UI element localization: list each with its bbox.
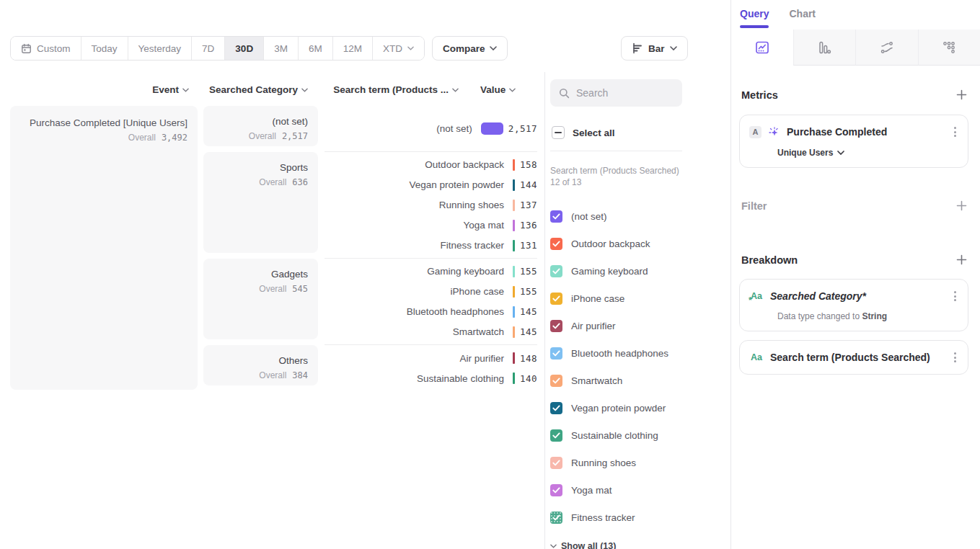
category-group: SportsOverall636Outdoor backpack158Vegan… <box>203 152 537 259</box>
sidebar-tabs: Query Chart <box>731 0 980 28</box>
series-checkbox[interactable] <box>550 375 562 387</box>
series-item[interactable]: Fitness tracker <box>550 504 682 531</box>
category-name: Sports <box>213 162 308 173</box>
tab-retention[interactable] <box>918 30 980 66</box>
event-name: Purchase Completed [Unique Users] <box>20 117 187 128</box>
table-row[interactable]: Sustainable clothing140 <box>325 368 537 388</box>
series-checkbox[interactable] <box>550 320 562 332</box>
table-row[interactable]: Bluetooth headphones145 <box>325 302 537 322</box>
value-bar <box>513 352 515 364</box>
series-checkbox[interactable] <box>550 293 562 305</box>
show-all-button[interactable]: Show all (13) <box>550 541 682 549</box>
tab-insights[interactable] <box>731 30 793 66</box>
value-label: 158 <box>520 159 537 170</box>
date-range-7d[interactable]: 7D <box>192 37 225 60</box>
table-row[interactable]: Smartwatch145 <box>325 322 537 342</box>
event-cell[interactable]: Purchase Completed [Unique Users] Overal… <box>10 106 198 390</box>
series-item[interactable]: (not set) <box>550 202 682 230</box>
series-label: iPhone case <box>571 293 624 304</box>
tab-flows[interactable] <box>855 30 918 66</box>
add-filter-button[interactable] <box>955 199 968 213</box>
breakdown-menu-button[interactable] <box>951 350 959 365</box>
table-row[interactable]: Running shoes137 <box>325 195 537 215</box>
series-item[interactable]: Air purifier <box>550 312 682 339</box>
category-cell[interactable]: OthersOverall384 <box>203 345 318 385</box>
term-label: iPhone case <box>325 286 513 297</box>
series-checkbox[interactable] <box>550 512 562 524</box>
category-group: GadgetsOverall545Gaming keyboard155iPhon… <box>203 259 537 345</box>
date-range-12m[interactable]: 12M <box>333 37 373 60</box>
series-search-input[interactable]: Search <box>550 79 682 107</box>
data-type-note: Data type changed to String <box>777 311 959 321</box>
date-range-yesterday[interactable]: Yesterday <box>128 37 193 60</box>
date-range-custom[interactable]: Custom <box>11 37 81 60</box>
add-metric-button[interactable] <box>955 88 968 102</box>
date-range-xtd[interactable]: XTD <box>373 37 424 60</box>
series-item[interactable]: Sustainable clothing <box>550 421 682 449</box>
compare-button[interactable]: Compare <box>432 36 508 61</box>
series-checkbox[interactable] <box>550 265 562 277</box>
breakdown-card-search-term[interactable]: Aa Search term (Products Searched) <box>739 340 968 375</box>
add-breakdown-button[interactable] <box>955 253 968 267</box>
column-header-searched-category[interactable]: Searched Category <box>203 84 308 95</box>
date-range-6m[interactable]: 6M <box>299 37 333 60</box>
search-icon <box>559 88 570 99</box>
date-range-3m[interactable]: 3M <box>264 37 299 60</box>
date-range-30d[interactable]: 30D <box>225 37 264 60</box>
column-header-search-term[interactable]: Search term (Products ... <box>317 84 459 95</box>
table-row[interactable]: Vegan protein powder144 <box>325 175 537 195</box>
series-checkbox[interactable] <box>550 238 562 250</box>
breakdown-menu-button[interactable] <box>951 289 959 303</box>
series-item[interactable]: Smartwatch <box>550 367 682 394</box>
series-item[interactable]: iPhone case <box>550 285 682 312</box>
series-checkbox[interactable] <box>550 402 562 414</box>
table-row[interactable]: Air purifier148 <box>325 348 537 368</box>
select-all-checkbox[interactable]: Select all <box>552 126 682 139</box>
table-row[interactable]: Fitness tracker131 <box>325 236 537 256</box>
series-checkbox[interactable] <box>550 210 562 223</box>
plus-icon <box>956 254 967 265</box>
series-item[interactable]: Yoga mat <box>550 476 682 504</box>
category-cell[interactable]: SportsOverall636 <box>203 152 318 253</box>
series-label: Yoga mat <box>571 485 612 496</box>
series-checkbox[interactable] <box>550 347 562 360</box>
series-item[interactable]: Gaming keyboard <box>550 257 682 285</box>
category-overall: Overall545 <box>213 284 308 294</box>
check-icon <box>552 487 560 494</box>
table-row[interactable]: Yoga mat136 <box>325 215 537 236</box>
table-row[interactable]: (not set)2,517 <box>325 119 537 139</box>
tab-funnels[interactable] <box>793 30 856 66</box>
value-label: 155 <box>520 266 537 277</box>
value-bar <box>513 326 515 338</box>
term-label: Air purifier <box>325 353 513 364</box>
metric-card[interactable]: A Purchase Completed Unique Users <box>739 115 968 168</box>
table-row[interactable]: iPhone case155 <box>325 282 537 302</box>
category-cell[interactable]: (not set)Overall2,517 <box>203 106 318 146</box>
table-row[interactable]: Gaming keyboard155 <box>325 262 537 282</box>
value-label: 145 <box>520 326 537 337</box>
metric-menu-button[interactable] <box>951 125 959 139</box>
tab-chart[interactable]: Chart <box>789 8 816 28</box>
category-overall: Overall384 <box>213 370 308 380</box>
series-checkbox[interactable] <box>550 457 562 469</box>
table-row[interactable]: Outdoor backpack158 <box>325 155 537 175</box>
value-label: 144 <box>520 179 537 190</box>
column-header-value[interactable]: Value <box>480 84 516 95</box>
series-checkbox[interactable] <box>550 484 562 496</box>
breakdown-section-header: Breakdown <box>739 253 968 267</box>
chart-type-button[interactable]: Bar <box>621 36 688 61</box>
term-rows: Air purifier148Sustainable clothing140 <box>325 345 537 391</box>
tab-query[interactable]: Query <box>740 8 769 28</box>
breakdown-card-searched-category[interactable]: Aa* Searched Category* Data type changed… <box>739 279 968 331</box>
measure-selector[interactable]: Unique Users <box>777 148 959 158</box>
column-header-event[interactable]: Event <box>10 84 189 95</box>
value-bar <box>513 179 515 191</box>
series-item[interactable]: Bluetooth headphones <box>550 339 682 367</box>
chevron-down-icon <box>550 544 557 548</box>
series-checkbox[interactable] <box>550 429 562 442</box>
category-cell[interactable]: GadgetsOverall545 <box>203 259 318 339</box>
series-item[interactable]: Outdoor backpack <box>550 230 682 257</box>
series-item[interactable]: Running shoes <box>550 449 682 476</box>
date-range-today[interactable]: Today <box>81 37 128 60</box>
series-item[interactable]: Vegan protein powder <box>550 394 682 421</box>
